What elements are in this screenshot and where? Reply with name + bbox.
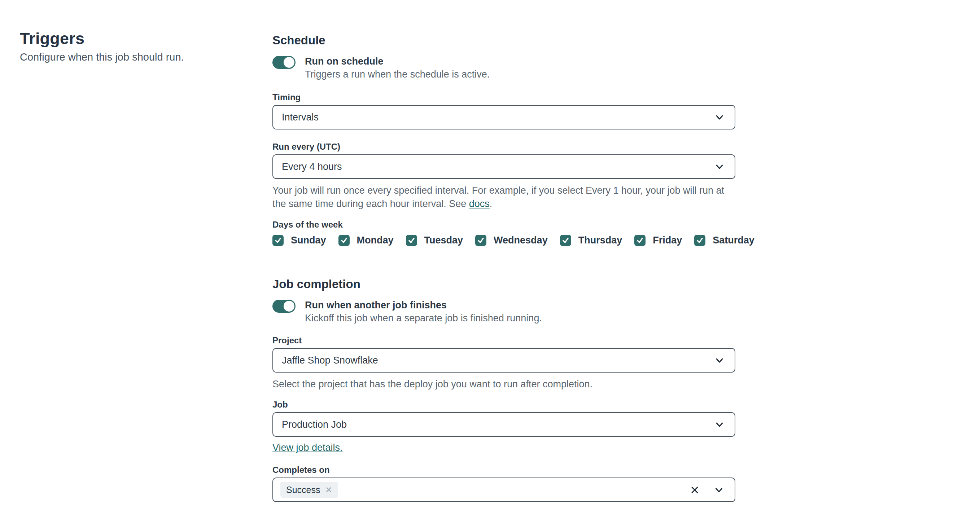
chevron-down-icon <box>714 355 724 365</box>
run-every-value: Every 4 hours <box>282 161 714 173</box>
checkbox-checked-icon <box>694 235 705 246</box>
days-of-week-row: Sunday Monday Tuesday Wednesday Thursday <box>272 234 735 246</box>
project-value: Jaffle Shop Snowflake <box>282 355 714 366</box>
page-subtitle: Configure when this job should run. <box>20 51 243 63</box>
run-on-schedule-description: Triggers a run when the schedule is acti… <box>305 68 490 81</box>
completes-on-field: Completes on Success ✕ <box>272 465 735 502</box>
job-label: Job <box>272 399 735 410</box>
toggle-knob <box>283 301 294 312</box>
checkbox-checked-icon <box>406 235 417 246</box>
chevron-down-icon <box>714 112 724 122</box>
project-help: Select the project that has the deploy j… <box>272 377 734 391</box>
day-checkbox-sunday[interactable]: Sunday <box>272 234 326 246</box>
day-label: Wednesday <box>493 234 548 246</box>
day-checkbox-tuesday[interactable]: Tuesday <box>406 234 463 246</box>
completes-on-label: Completes on <box>272 465 735 475</box>
chevron-down-icon <box>714 419 724 430</box>
run-when-another-job-finishes-description: Kickoff this job when a separate job is … <box>305 312 542 325</box>
job-select[interactable]: Production Job <box>272 412 735 437</box>
day-checkbox-wednesday[interactable]: Wednesday <box>475 234 548 246</box>
run-on-schedule-toggle[interactable] <box>272 56 296 69</box>
run-every-help: Your job will run once every specified i… <box>272 184 734 211</box>
project-select[interactable]: Jaffle Shop Snowflake <box>272 348 735 373</box>
help-text-suffix: . <box>490 198 493 209</box>
day-checkbox-thursday[interactable]: Thursday <box>560 234 622 246</box>
status-tag-label: Success <box>286 485 320 495</box>
status-tag: Success ✕ <box>280 482 338 498</box>
day-label: Friday <box>653 234 682 246</box>
timing-label: Timing <box>272 92 735 103</box>
multiselect-controls <box>690 485 724 495</box>
timing-field: Timing Intervals <box>272 92 735 130</box>
checkbox-checked-icon <box>272 235 283 246</box>
remove-tag-icon[interactable]: ✕ <box>325 486 332 494</box>
run-every-select[interactable]: Every 4 hours <box>272 154 735 179</box>
timing-value: Intervals <box>282 112 714 123</box>
page-title: Triggers <box>20 30 243 48</box>
toggle-text: Run on schedule Triggers a run when the … <box>305 55 490 81</box>
clear-all-icon[interactable] <box>690 485 700 495</box>
toggle-knob <box>283 57 294 68</box>
day-checkbox-friday[interactable]: Friday <box>634 234 682 246</box>
section-intro: Triggers Configure when this job should … <box>20 30 243 63</box>
day-checkbox-monday[interactable]: Monday <box>339 234 394 246</box>
checkbox-checked-icon <box>339 235 350 246</box>
run-on-schedule-label: Run on schedule <box>305 55 490 68</box>
timing-select[interactable]: Intervals <box>272 105 735 130</box>
job-field: Job Production Job View job details. <box>272 399 735 453</box>
day-label: Tuesday <box>424 234 463 246</box>
triggers-form: Schedule Run on schedule Triggers a run … <box>272 33 735 502</box>
job-value: Production Job <box>282 419 714 430</box>
day-checkbox-saturday[interactable]: Saturday <box>694 234 754 246</box>
days-of-week-label: Days of the week <box>272 219 735 230</box>
project-label: Project <box>272 335 735 346</box>
chevron-down-icon[interactable] <box>714 485 724 495</box>
run-when-another-job-finishes-label: Run when another job finishes <box>305 299 542 312</box>
day-label: Monday <box>357 234 394 246</box>
run-every-field: Run every (UTC) Every 4 hours Your job w… <box>272 141 735 211</box>
completes-on-multiselect[interactable]: Success ✕ <box>272 477 735 502</box>
job-triggers-settings-page: Triggers Configure when this job should … <box>0 0 980 528</box>
project-field: Project Jaffle Shop Snowflake Select the… <box>272 335 735 391</box>
run-when-another-job-finishes-toggle[interactable] <box>272 300 296 313</box>
day-label: Saturday <box>713 234 754 246</box>
run-when-another-job-finishes-row: Run when another job finishes Kickoff th… <box>272 300 735 325</box>
day-label: Sunday <box>291 234 326 246</box>
schedule-heading: Schedule <box>272 33 735 48</box>
run-on-schedule-row: Run on schedule Triggers a run when the … <box>272 56 735 81</box>
checkbox-checked-icon <box>634 235 646 246</box>
checkbox-checked-icon <box>475 235 487 246</box>
view-job-details-link[interactable]: View job details. <box>272 442 343 453</box>
day-label: Thursday <box>578 234 622 246</box>
chevron-down-icon <box>714 162 724 172</box>
help-text: Your job will run once every specified i… <box>272 185 724 209</box>
run-every-label: Run every (UTC) <box>272 141 735 152</box>
docs-link[interactable]: docs <box>469 198 490 209</box>
checkbox-checked-icon <box>560 235 571 246</box>
toggle-text: Run when another job finishes Kickoff th… <box>305 299 542 325</box>
job-completion-heading: Job completion <box>272 277 735 292</box>
days-of-week-field: Days of the week Sunday Monday Tuesday W… <box>272 219 735 246</box>
